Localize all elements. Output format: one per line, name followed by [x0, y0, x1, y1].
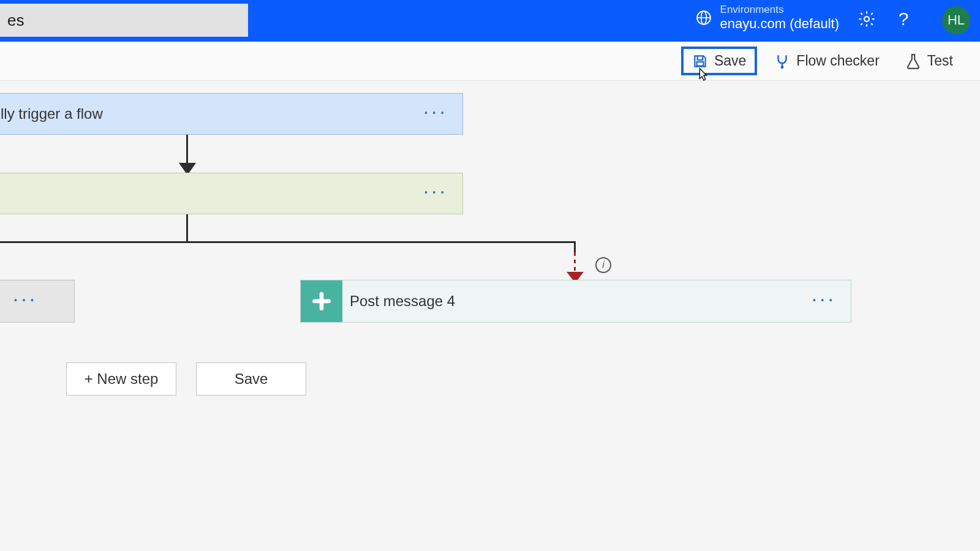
svg-point-3: [864, 17, 869, 21]
post-message-label: Post message 4: [350, 293, 455, 310]
app-header: es Environments enayu.com (default) ? HL: [0, 0, 980, 42]
test-label: Test: [927, 53, 953, 69]
env-name: enayu.com (default): [720, 16, 839, 32]
new-step-label: + New step: [85, 370, 159, 388]
svg-rect-7: [320, 292, 324, 310]
slack-icon: [301, 280, 342, 322]
action-menu-icon[interactable]: ···: [409, 179, 462, 209]
flow-checker-label: Flow checker: [796, 53, 879, 69]
avatar[interactable]: HL: [942, 6, 970, 34]
branch-menu-icon[interactable]: ···: [13, 287, 37, 317]
globe-icon: [696, 10, 712, 26]
trigger-block[interactable]: lly trigger a flow ···: [0, 93, 463, 135]
connector: [0, 241, 576, 243]
action-block[interactable]: ···: [0, 173, 463, 214]
trigger-menu-icon[interactable]: ···: [409, 99, 462, 129]
info-icon[interactable]: i: [595, 257, 611, 273]
new-step-button[interactable]: + New step: [66, 362, 176, 395]
toolbar: Save Flow checker Test: [0, 42, 980, 81]
save-label: Save: [714, 53, 746, 69]
gear-icon[interactable]: [858, 10, 876, 28]
test-button[interactable]: Test: [897, 48, 962, 74]
connector: [574, 241, 576, 252]
flow-checker-button[interactable]: Flow checker: [766, 48, 888, 74]
connector: [186, 214, 188, 242]
environment-picker[interactable]: Environments enayu.com (default): [696, 4, 839, 32]
post-message-block[interactable]: Post message 4 ···: [300, 280, 851, 323]
save-button[interactable]: Save: [681, 47, 757, 75]
title-text: es: [7, 11, 24, 30]
canvas-save-label: Save: [235, 370, 268, 388]
canvas-save-button[interactable]: Save: [196, 362, 306, 395]
env-label: Environments: [720, 4, 839, 16]
branch-block[interactable]: ···: [0, 280, 75, 323]
svg-rect-4: [696, 62, 703, 66]
help-icon[interactable]: ?: [894, 10, 913, 28]
avatar-initials: HL: [948, 12, 965, 28]
flow-canvas[interactable]: lly trigger a flow ··· ··· i ··· Post me…: [0, 81, 980, 551]
post-message-menu-icon[interactable]: ···: [797, 287, 851, 317]
trigger-label: lly trigger a flow: [1, 105, 103, 122]
title-field[interactable]: es: [0, 4, 248, 37]
